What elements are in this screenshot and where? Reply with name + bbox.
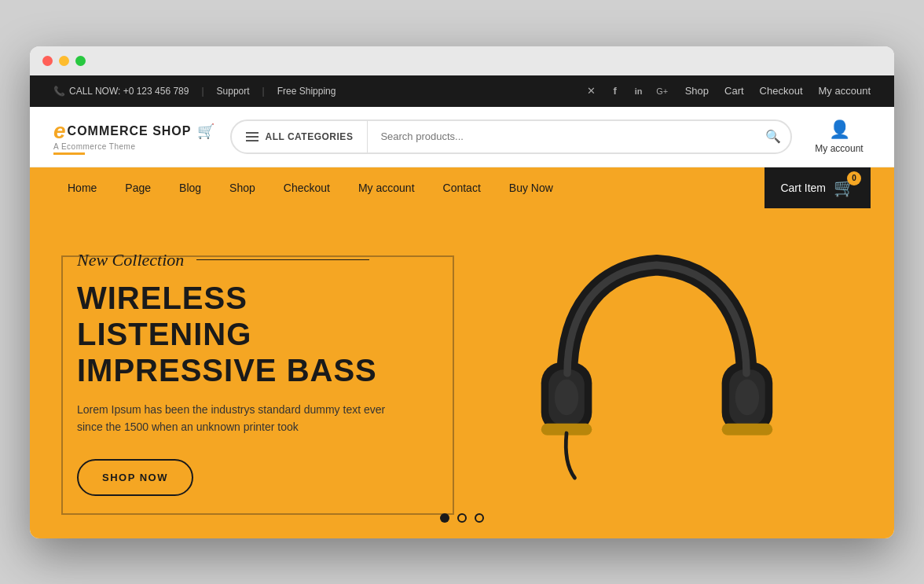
minimize-dot[interactable] xyxy=(59,56,69,66)
nav-home[interactable]: Home xyxy=(53,167,111,208)
hero-section: New Collection WIRELESS LISTENING IMPRES… xyxy=(30,208,894,538)
cart-badge: 0 xyxy=(847,171,861,185)
account-label: My account xyxy=(815,143,863,154)
topbar-account-link[interactable]: My account xyxy=(819,85,871,97)
logo[interactable]: e COMMERCE SHOP 🛒 A Ecommerce Theme xyxy=(53,119,214,155)
logo-subtitle: A Ecommerce Theme xyxy=(53,142,214,151)
account-section[interactable]: 👤 My account xyxy=(808,119,871,154)
topbar-right: ✕ f in G+ Shop Cart Checkout My account xyxy=(585,84,871,98)
logo-text: COMMERCE SHOP xyxy=(68,124,192,138)
googleplus-icon[interactable]: G+ xyxy=(655,84,669,98)
topbar-left: 📞 CALL NOW: +0 123 456 789 | Support | F… xyxy=(53,86,336,97)
hero-description: Lorem Ipsum has been the industrys stand… xyxy=(77,401,391,436)
svg-rect-7 xyxy=(721,423,772,435)
categories-text: ALL CATEGORIES xyxy=(265,131,353,142)
hero-image xyxy=(419,208,894,538)
nav-blog[interactable]: Blog xyxy=(165,167,215,208)
new-collection-label: New Collection xyxy=(77,250,423,270)
hero-title: WIRELESS LISTENING IMPRESSIVE BASS xyxy=(77,280,423,388)
search-icon: 🔍 xyxy=(765,129,781,144)
main-nav: Home Page Blog Shop Checkout My account … xyxy=(30,167,894,208)
support-link[interactable]: Support xyxy=(217,86,250,97)
carousel-dot-2[interactable] xyxy=(457,513,467,523)
close-dot[interactable] xyxy=(42,56,53,66)
topbar-shop-link[interactable]: Shop xyxy=(685,85,709,97)
nav-shop[interactable]: Shop xyxy=(215,167,270,208)
social-icons: ✕ f in G+ xyxy=(585,84,669,98)
hero-title-line1: WIRELESS LISTENING xyxy=(77,280,423,352)
new-collection-text: New Collection xyxy=(77,250,184,270)
logo-cart-icon: 🛒 xyxy=(197,123,214,140)
linkedin-icon[interactable]: in xyxy=(632,84,646,98)
facebook-icon[interactable]: f xyxy=(608,84,622,98)
shop-now-button[interactable]: SHOP NOW xyxy=(77,459,193,496)
nav-checkout[interactable]: Checkout xyxy=(270,167,344,208)
call-text: CALL NOW: +0 123 456 789 xyxy=(69,86,189,97)
nav-buynow[interactable]: Buy Now xyxy=(495,167,567,208)
logo-main: e COMMERCE SHOP 🛒 xyxy=(53,119,214,144)
phone-info: 📞 CALL NOW: +0 123 456 789 xyxy=(53,86,189,97)
hero-content: New Collection WIRELESS LISTENING IMPRES… xyxy=(30,219,470,528)
carousel-dot-3[interactable] xyxy=(475,513,484,523)
separator1: | xyxy=(201,86,204,97)
expand-dot[interactable] xyxy=(75,56,86,66)
cart-icon-container: 🛒 0 xyxy=(834,178,855,198)
separator2: | xyxy=(262,86,265,97)
categories-dropdown[interactable]: ALL CATEGORIES xyxy=(232,121,368,152)
hamburger-icon xyxy=(246,132,258,141)
hero-title-line2: IMPRESSIVE BASS xyxy=(77,352,423,388)
search-button[interactable]: 🔍 xyxy=(756,121,790,152)
nav-links: Home Page Blog Shop Checkout My account … xyxy=(53,167,764,208)
svg-point-2 xyxy=(554,379,578,415)
browser-window: 📞 CALL NOW: +0 123 456 789 | Support | F… xyxy=(30,46,894,538)
topbar-checkout-link[interactable]: Checkout xyxy=(760,85,803,97)
headphones-svg xyxy=(508,224,806,523)
topbar-cart-link[interactable]: Cart xyxy=(724,85,744,97)
header: e COMMERCE SHOP 🛒 A Ecommerce Theme ALL … xyxy=(30,107,894,167)
nav-myaccount[interactable]: My account xyxy=(344,167,429,208)
account-icon: 👤 xyxy=(829,119,850,140)
topbar-nav: Shop Cart Checkout My account xyxy=(685,85,871,97)
shipping-label: Free Shipping xyxy=(277,86,336,97)
nav-page[interactable]: Page xyxy=(111,167,165,208)
logo-e-letter: e xyxy=(53,119,66,144)
collection-line xyxy=(196,259,369,260)
carousel-dots xyxy=(440,513,484,523)
svg-point-5 xyxy=(735,379,758,415)
cart-label: Cart Item xyxy=(780,182,826,194)
cart-button[interactable]: Cart Item 🛒 0 xyxy=(764,167,871,208)
logo-underline xyxy=(53,152,85,155)
twitter-icon[interactable]: ✕ xyxy=(585,84,599,98)
search-input[interactable] xyxy=(368,130,756,142)
browser-chrome xyxy=(30,46,894,75)
nav-contact[interactable]: Contact xyxy=(429,167,495,208)
phone-icon: 📞 xyxy=(53,86,65,97)
top-bar: 📞 CALL NOW: +0 123 456 789 | Support | F… xyxy=(30,75,894,107)
search-bar: ALL CATEGORIES 🔍 xyxy=(230,119,792,154)
carousel-dot-1[interactable] xyxy=(440,513,449,523)
